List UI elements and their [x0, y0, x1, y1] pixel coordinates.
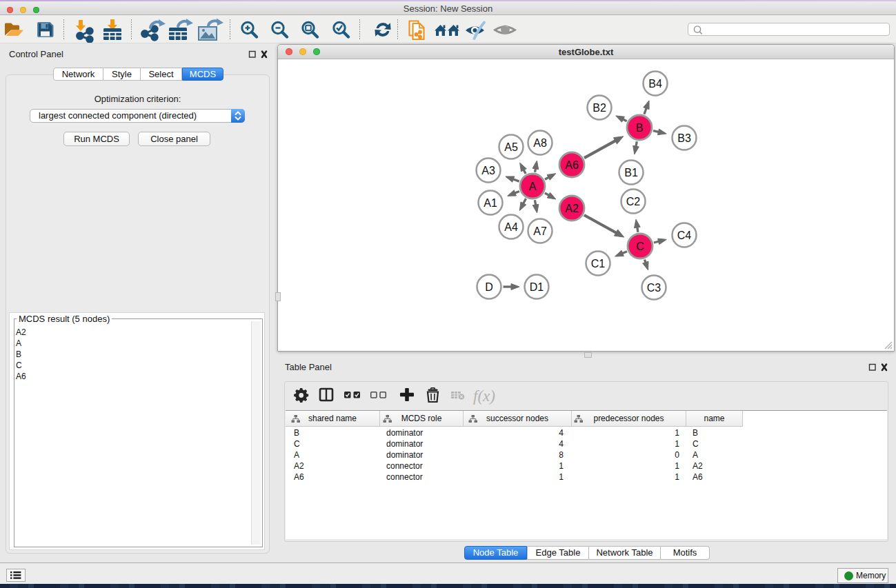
svg-text:D: D — [485, 281, 493, 293]
svg-text:C4: C4 — [677, 230, 692, 241]
svg-text:A1: A1 — [484, 197, 497, 209]
svg-text:D1: D1 — [530, 281, 544, 293]
svg-text:A7: A7 — [533, 225, 547, 237]
svg-text:C: C — [636, 241, 644, 252]
svg-text:A4: A4 — [504, 221, 518, 233]
svg-text:C2: C2 — [626, 196, 641, 207]
svg-text:C3: C3 — [647, 282, 661, 294]
svg-text:B: B — [636, 122, 644, 134]
svg-text:B1: B1 — [624, 167, 638, 179]
svg-text:B4: B4 — [648, 78, 662, 90]
svg-text:A5: A5 — [504, 141, 518, 153]
svg-text:B3: B3 — [677, 132, 691, 144]
svg-text:A2: A2 — [565, 203, 579, 214]
svg-text:A8: A8 — [533, 137, 547, 149]
svg-text:C1: C1 — [591, 258, 606, 270]
svg-text:A6: A6 — [565, 159, 579, 171]
svg-text:f(x): f(x) — [473, 387, 495, 405]
svg-text:B2: B2 — [593, 102, 606, 114]
svg-text:A3: A3 — [481, 165, 495, 176]
svg-text:A: A — [529, 181, 537, 192]
